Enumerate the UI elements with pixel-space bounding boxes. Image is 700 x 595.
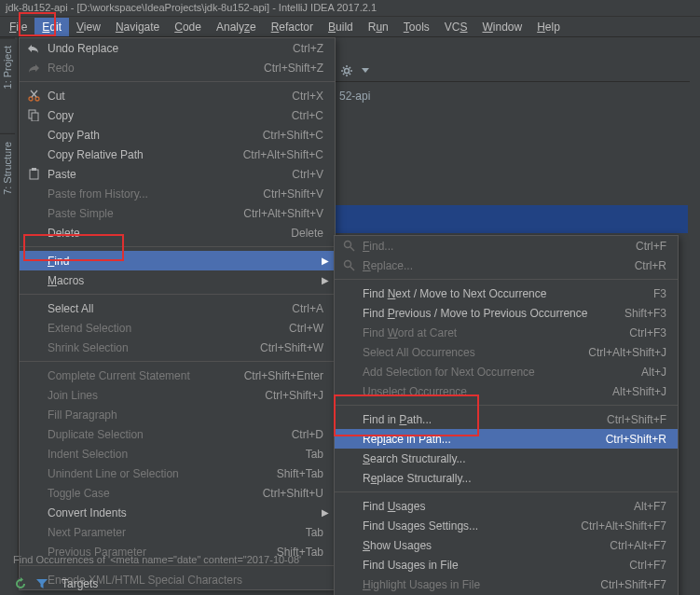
menu-code[interactable]: Code [167, 18, 209, 36]
left-sidebar: 1: Project 7: Structure [0, 37, 19, 578]
search-icon [340, 239, 357, 254]
svg-point-1 [29, 97, 33, 101]
submenu-replace[interactable]: Replace...Ctrl+R [335, 256, 678, 275]
submenu-arrow-icon: ▶ [322, 256, 329, 266]
breadcrumb[interactable]: 52-api [336, 86, 374, 106]
menu-item-paste-simple[interactable]: Paste SimpleCtrl+Alt+Shift+V [20, 203, 335, 223]
menu-item-paste[interactable]: PasteCtrl+V [20, 164, 335, 184]
editor-selection-bg [334, 205, 688, 233]
menu-item-convert-indents[interactable]: Convert Indents▶ [20, 503, 335, 522]
menu-item-join[interactable]: Join LinesCtrl+Shift+J [20, 385, 335, 405]
menu-help[interactable]: Help [529, 18, 568, 36]
menu-item-redo[interactable]: RedoCtrl+Shift+Z [20, 58, 335, 77]
submenu-find-in-path[interactable]: Find in Path...Ctrl+Shift+F [335, 409, 678, 429]
menu-item-indent[interactable]: Indent SelectionTab [20, 444, 335, 464]
menu-navigate[interactable]: Navigate [108, 18, 167, 36]
menu-item-dup-sel[interactable]: Duplicate SelectionCtrl+D [20, 424, 335, 444]
sidebar-tab-project[interactable]: 1: Project [0, 37, 15, 96]
menu-run[interactable]: Run [361, 18, 396, 36]
svg-point-2 [35, 97, 39, 101]
svg-point-7 [344, 242, 350, 248]
paste-icon [25, 167, 42, 182]
svg-rect-5 [30, 170, 38, 179]
submenu-find[interactable]: Find...Ctrl+F [335, 236, 678, 256]
menu-item-unindent[interactable]: Unindent Line or SelectionShift+Tab [20, 464, 335, 483]
submenu-add-sel[interactable]: Add Selection for Next OccurrenceAlt+J [335, 362, 678, 381]
refresh-icon[interactable] [13, 576, 28, 591]
menu-item-shrink-sel[interactable]: Shrink SelectionCtrl+Shift+W [20, 338, 335, 357]
menu-item-copy-path[interactable]: Copy PathCtrl+Shift+C [20, 125, 335, 145]
menu-refactor[interactable]: Refactor [264, 18, 321, 36]
status-text: Find Occurrences of '<meta name="date" c… [13, 554, 301, 565]
submenu-arrow-icon: ▶ [322, 507, 329, 518]
menu-build[interactable]: Build [321, 18, 361, 36]
titlebar: jdk-8u152-api - [D:\workspace\IdeaProjec… [0, 0, 700, 17]
submenu-find-next[interactable]: Find Next / Move to Next OccurrenceF3 [335, 284, 678, 303]
menu-item-complete[interactable]: Complete Current StatementCtrl+Shift+Ent… [20, 366, 335, 385]
menu-analyze[interactable]: Analyze [209, 18, 264, 36]
redo-icon [25, 61, 42, 76]
menu-item-select-all[interactable]: Select AllCtrl+A [20, 298, 335, 318]
menu-item-extend-sel[interactable]: Extend SelectionCtrl+W [20, 318, 335, 338]
menu-item-undo[interactable]: Undo ReplaceCtrl+Z [20, 38, 335, 58]
svg-rect-6 [32, 168, 36, 171]
svg-rect-4 [32, 113, 38, 121]
svg-point-8 [344, 261, 350, 268]
menu-item-find[interactable]: Find▶ [20, 251, 335, 270]
submenu-find-usages-set[interactable]: Find Usages Settings...Ctrl+Alt+Shift+F7 [335, 516, 678, 535]
submenu-search-struct[interactable]: Search Structurally... [335, 449, 678, 468]
find-submenu: Find...Ctrl+F Replace...Ctrl+R Find Next… [334, 235, 679, 595]
menu-item-cut[interactable]: CutCtrl+X [20, 86, 335, 105]
targets-label: Targets [62, 577, 98, 590]
submenu-find-prev[interactable]: Find Previous / Move to Previous Occurre… [335, 303, 678, 323]
window-title: jdk-8u152-api - [D:\workspace\IdeaProjec… [6, 2, 377, 13]
dropdown-icon[interactable] [358, 63, 373, 78]
gear-icon[interactable] [339, 63, 354, 78]
submenu-find-word[interactable]: Find Word at CaretCtrl+F3 [335, 323, 678, 342]
menu-item-next-param[interactable]: Next ParameterTab [20, 522, 335, 542]
filter-icon[interactable] [35, 577, 48, 590]
submenu-replace-in-path[interactable]: Replace in Path...Ctrl+Shift+R [335, 429, 678, 449]
menu-edit[interactable]: Edit [34, 18, 69, 36]
menu-window[interactable]: Window [474, 18, 529, 36]
submenu-find-usages[interactable]: Find UsagesAlt+F7 [335, 496, 678, 516]
cut-icon [25, 89, 42, 104]
submenu-highlight[interactable]: Highlight Usages in FileCtrl+Shift+F7 [335, 574, 678, 594]
submenu-unselect[interactable]: Unselect OccurrenceAlt+Shift+J [335, 381, 678, 401]
menu-item-delete[interactable]: DeleteDelete [20, 223, 335, 242]
menu-item-copy-rel[interactable]: Copy Relative PathCtrl+Alt+Shift+C [20, 145, 335, 164]
edit-menu: Undo ReplaceCtrl+Z RedoCtrl+Shift+Z CutC… [19, 37, 336, 590]
bottom-toolbar: Targets [13, 576, 98, 591]
menu-view[interactable]: View [69, 18, 108, 36]
sidebar-tab-structure[interactable]: 7: Structure [0, 133, 15, 202]
undo-icon [25, 41, 42, 56]
menubar: File Edit View Navigate Code Analyze Ref… [0, 17, 700, 37]
submenu-select-all-occ[interactable]: Select All OccurrencesCtrl+Alt+Shift+J [335, 342, 678, 362]
statusbar: Find Occurrences of '<meta name="date" c… [13, 554, 301, 565]
menu-tools[interactable]: Tools [396, 18, 437, 36]
menu-item-macros[interactable]: Macros▶ [20, 270, 335, 290]
menu-item-copy[interactable]: CopyCtrl+C [20, 105, 335, 125]
submenu-replace-struct[interactable]: Replace Structurally... [335, 468, 678, 488]
menu-item-fill-para[interactable]: Fill Paragraph [20, 405, 335, 424]
replace-icon [340, 258, 357, 273]
menu-item-paste-history[interactable]: Paste from History...Ctrl+Shift+V [20, 184, 335, 203]
menu-vcs[interactable]: VCS [437, 18, 475, 36]
menu-item-toggle-case[interactable]: Toggle CaseCtrl+Shift+U [20, 483, 335, 503]
copy-icon [25, 108, 42, 123]
submenu-show-usages[interactable]: Show UsagesCtrl+Alt+F7 [335, 535, 678, 555]
submenu-arrow-icon: ▶ [322, 275, 329, 285]
submenu-find-usages-file[interactable]: Find Usages in FileCtrl+F7 [335, 555, 678, 574]
svg-point-0 [345, 68, 350, 73]
menu-file[interactable]: File [2, 18, 34, 36]
toolbar [336, 60, 690, 82]
